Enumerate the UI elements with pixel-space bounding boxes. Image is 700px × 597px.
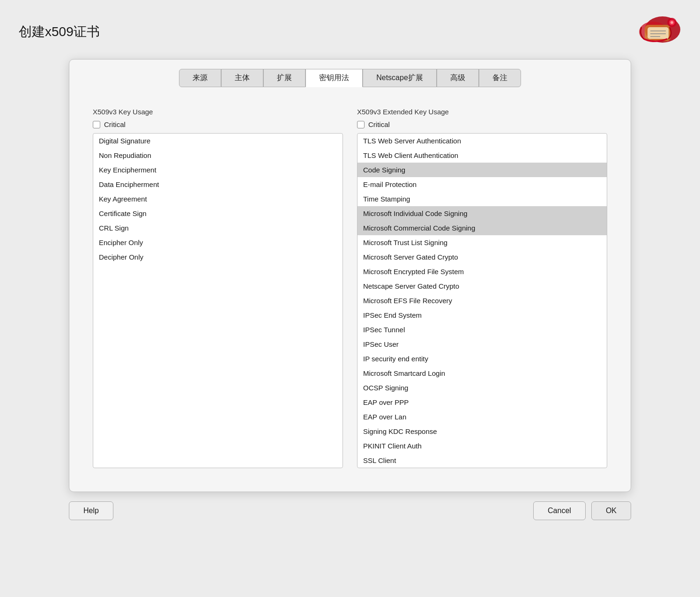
title-bar: 创建x509证书 — [0, 0, 700, 59]
list-item[interactable]: E-mail Protection — [357, 177, 607, 192]
key-usage-critical-row: Critical — [93, 120, 343, 128]
list-item[interactable]: TLS Web Client Authentication — [357, 148, 607, 163]
logo-image — [630, 13, 681, 51]
list-item[interactable]: IPSec User — [357, 337, 607, 351]
list-item[interactable]: EAP over Lan — [357, 410, 607, 424]
svg-rect-3 — [648, 27, 669, 39]
list-item[interactable]: Code Signing — [357, 163, 607, 177]
list-item[interactable]: Time Stamping — [357, 192, 607, 206]
svg-point-9 — [670, 21, 673, 24]
dialog: 来源 主体 扩展 密钥用法 Netscape扩展 高级 备注 X509v3 Ke… — [69, 59, 631, 492]
list-item[interactable]: TLS Web Server Authentication — [357, 134, 607, 148]
list-item[interactable]: Key Agreement — [93, 192, 343, 206]
tab-netscape[interactable]: Netscape扩展 — [363, 69, 437, 87]
extended-key-usage-critical-row: Critical — [357, 120, 607, 128]
logo — [630, 13, 681, 51]
key-usage-title: X509v3 Key Usage — [93, 108, 343, 116]
list-item[interactable]: Encipher Only — [93, 235, 343, 250]
list-item[interactable]: Microsoft Individual Code Signing — [357, 206, 607, 221]
list-item[interactable]: IP security end entity — [357, 351, 607, 366]
list-item[interactable]: Microsoft Trust List Signing — [357, 235, 607, 250]
tab-mijian-yongfa[interactable]: 密钥用法 — [305, 69, 363, 87]
button-bar: Help Cancel OK — [69, 492, 631, 525]
list-item[interactable]: Digital Signature — [93, 134, 343, 148]
list-item[interactable]: Certificate Sign — [93, 206, 343, 221]
tab-zhuti[interactable]: 主体 — [221, 69, 263, 87]
list-item[interactable]: IPSec Tunnel — [357, 322, 607, 337]
extended-key-usage-critical-label: Critical — [368, 120, 390, 128]
help-button[interactable]: Help — [69, 501, 113, 520]
extended-key-usage-list[interactable]: TLS Web Server Authentication TLS Web Cl… — [357, 133, 607, 468]
extended-key-usage-panel: X509v3 Extended Key Usage Critical TLS W… — [357, 108, 607, 468]
list-item[interactable]: Microsoft Server Gated Crypto — [357, 250, 607, 264]
extended-key-usage-title: X509v3 Extended Key Usage — [357, 108, 607, 116]
list-item[interactable]: Microsoft EFS File Recovery — [357, 293, 607, 308]
list-item[interactable]: Microsoft Encrypted File System — [357, 264, 607, 279]
extended-key-usage-critical-checkbox[interactable] — [357, 121, 365, 128]
key-usage-list[interactable]: Digital Signature Non Repudiation Key En… — [93, 133, 343, 468]
tab-kuozhan[interactable]: 扩展 — [263, 69, 305, 87]
content-area: X509v3 Key Usage Critical Digital Signat… — [83, 98, 617, 478]
ok-button[interactable]: OK — [591, 501, 631, 520]
key-usage-panel: X509v3 Key Usage Critical Digital Signat… — [93, 108, 343, 468]
list-item[interactable]: Microsoft Smartcard Login — [357, 366, 607, 381]
list-item[interactable]: EAP over PPP — [357, 395, 607, 410]
list-item[interactable]: SSL Client — [357, 453, 607, 468]
list-item[interactable]: Microsoft Commercial Code Signing — [357, 221, 607, 235]
list-item[interactable]: Decipher Only — [93, 250, 343, 264]
list-item[interactable]: Non Repudiation — [93, 148, 343, 163]
list-item[interactable]: Netscape Server Gated Crypto — [357, 279, 607, 293]
cancel-button[interactable]: Cancel — [533, 501, 586, 520]
tab-laiyuan[interactable]: 来源 — [179, 69, 221, 87]
right-buttons: Cancel OK — [533, 501, 631, 520]
list-item[interactable]: Signing KDC Response — [357, 424, 607, 439]
tab-bar: 来源 主体 扩展 密钥用法 Netscape扩展 高级 备注 — [83, 69, 617, 87]
tab-beizhu[interactable]: 备注 — [479, 69, 521, 87]
window-title: 创建x509证书 — [19, 23, 100, 41]
list-item[interactable]: IPSec End System — [357, 308, 607, 322]
tab-gaoji[interactable]: 高级 — [437, 69, 479, 87]
list-item[interactable]: Key Encipherment — [93, 163, 343, 177]
key-usage-critical-checkbox[interactable] — [93, 121, 100, 128]
key-usage-critical-label: Critical — [104, 120, 126, 128]
list-item[interactable]: Data Encipherment — [93, 177, 343, 192]
list-item[interactable]: CRL Sign — [93, 221, 343, 235]
list-item[interactable]: OCSP Signing — [357, 381, 607, 395]
list-item[interactable]: PKINIT Client Auth — [357, 439, 607, 453]
